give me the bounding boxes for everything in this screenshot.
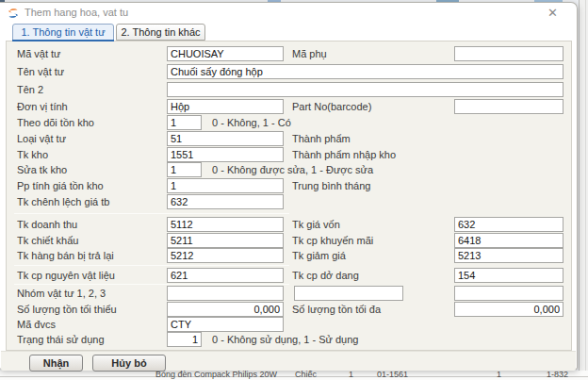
theo-doi-ton-kho-input[interactable] xyxy=(167,115,202,130)
tab-thong-tin-vat-tu[interactable]: 1. Thông tin vật tư xyxy=(12,24,114,41)
tk-giam-gia-input[interactable] xyxy=(454,248,564,263)
tk-hang-ban-tra-lai-input[interactable] xyxy=(167,248,284,263)
tk-chenh-lech-input[interactable] xyxy=(167,194,284,209)
tk-gia-von-input[interactable] xyxy=(454,217,564,232)
tab-thong-tin-khac[interactable]: 2. Thông tin khác xyxy=(116,24,205,41)
active-tab-underline xyxy=(12,40,114,41)
app-logo-icon xyxy=(8,8,19,19)
accept-button[interactable]: Nhận xyxy=(29,355,83,372)
background-table-row-strip: Bóng đèn Compack Philips 20WChiếc101-156… xyxy=(0,371,588,380)
nhom-vat-tu-2-input[interactable] xyxy=(294,286,403,301)
background-table-cell: Chiếc xyxy=(295,371,317,379)
ma-vat-tu-input[interactable] xyxy=(167,46,284,61)
background-window-right-border xyxy=(585,0,586,380)
nhom-vat-tu-3-input[interactable] xyxy=(454,286,564,301)
sua-tk-kho-input[interactable] xyxy=(167,162,202,177)
tk-kho-input[interactable] xyxy=(167,147,284,162)
tk-cp-do-dang-input[interactable] xyxy=(454,268,564,283)
so-luong-ton-toi-thieu-input[interactable] xyxy=(167,302,284,317)
trang-thai-su-dung-input[interactable] xyxy=(167,332,202,347)
ma-dvcs-input[interactable] xyxy=(167,317,284,332)
tk-cp-nguyen-vat-lieu-input[interactable] xyxy=(167,268,284,283)
close-icon[interactable]: ✕ xyxy=(547,7,558,19)
tk-chiet-khau-input[interactable] xyxy=(167,233,284,248)
loai-vat-tu-input[interactable] xyxy=(167,131,284,146)
tk-doanh-thu-input[interactable] xyxy=(167,217,284,232)
ma-phu-input[interactable] xyxy=(454,46,564,61)
don-vi-tinh-input[interactable] xyxy=(167,99,284,114)
dialog-button-bar: Nhận Hủy bỏ xyxy=(1,351,576,371)
background-table-cell: 01-1561 xyxy=(377,371,408,379)
pp-tinh-gia-input[interactable] xyxy=(167,178,284,193)
background-window-right-strip xyxy=(579,0,588,380)
ten-vat-tu-input[interactable] xyxy=(167,64,564,79)
background-table-cell: 1-832 xyxy=(547,371,568,379)
dialog-title: Them hang hoa, vat tu xyxy=(24,7,128,18)
cancel-button[interactable]: Hủy bỏ xyxy=(92,355,166,372)
ten-2-input[interactable] xyxy=(167,82,564,97)
dialog-titlebar: Them hang hoa, vat tu ✕ xyxy=(0,3,577,24)
so-luong-ton-toi-da-input[interactable] xyxy=(454,302,564,317)
background-table-cell: 1 xyxy=(497,371,501,379)
part-no-input[interactable] xyxy=(454,99,564,114)
background-table-cell: Bóng đèn Compack Philips 20W xyxy=(155,371,277,379)
tk-cp-khuyen-mai-input[interactable] xyxy=(454,233,564,248)
background-table-cell: 1 xyxy=(349,371,353,379)
nhom-vat-tu-1-input[interactable] xyxy=(167,286,284,301)
